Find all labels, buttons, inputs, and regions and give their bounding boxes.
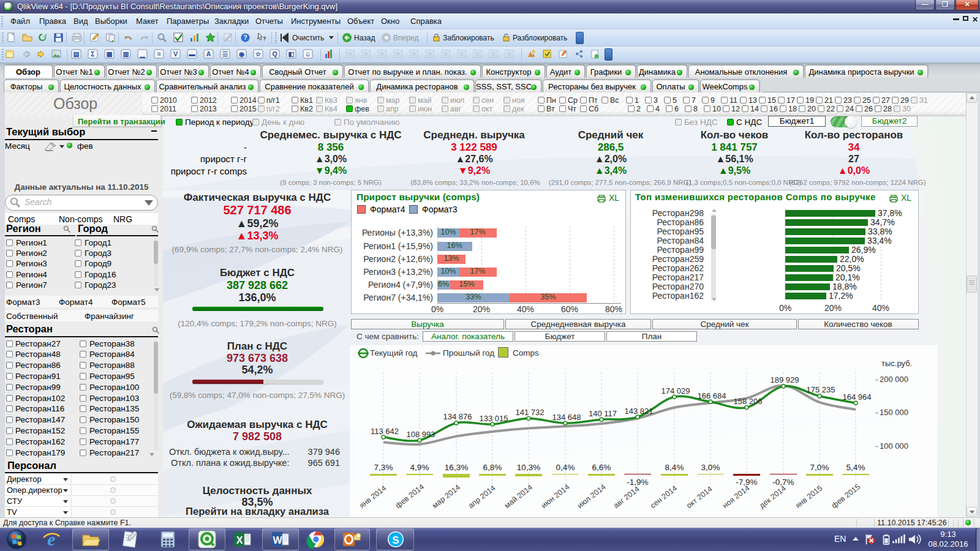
svg-text:Σ: Σ — [91, 50, 94, 58]
svg-text:e: e — [47, 530, 55, 549]
svg-text:X: X — [236, 535, 243, 545]
svg-text:S: S — [392, 534, 399, 546]
svg-text:▦: ▦ — [107, 50, 113, 58]
svg-text:A: A — [206, 50, 211, 58]
svg-text:▁: ▁ — [139, 50, 145, 58]
svg-text:?: ? — [263, 36, 266, 42]
svg-text:▥: ▥ — [123, 50, 129, 58]
svg-text:W: W — [273, 535, 282, 545]
svg-text:◧: ◧ — [288, 50, 295, 58]
svg-text:=: = — [157, 50, 160, 58]
svg-text:☆: ☆ — [255, 50, 262, 58]
svg-text:☺: ☺ — [304, 50, 311, 58]
svg-text:☰: ☰ — [222, 50, 228, 58]
svg-text:▤: ▤ — [74, 50, 80, 58]
svg-text:▬: ▬ — [189, 50, 195, 58]
svg-text:Q: Q — [272, 50, 277, 58]
svg-text:◉: ◉ — [239, 50, 244, 58]
svg-text:V: V — [173, 50, 178, 58]
svg-text:?: ? — [243, 34, 247, 41]
